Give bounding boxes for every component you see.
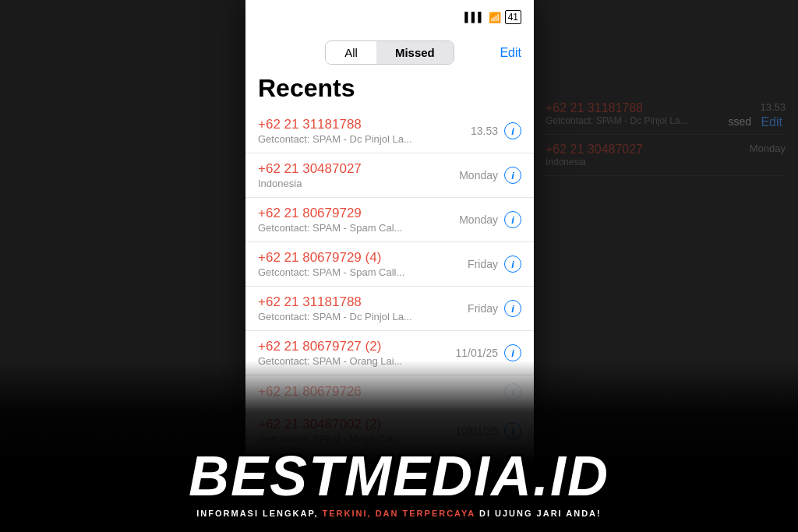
call-item-7[interactable]: +62 21 30487002 (2) Getcontact: SPAM - M…: [245, 409, 534, 453]
call-label-2: Getcontact: SPAM - Spam Cal...: [258, 222, 445, 234]
call-item-5[interactable]: +62 21 80679727 (2) Getcontact: SPAM - O…: [245, 331, 534, 375]
call-item-0[interactable]: +62 21 31181788 Getcontact: SPAM - Dc Pi…: [245, 109, 534, 153]
recents-title: Recents: [258, 74, 521, 103]
call-info-6: +62 21 80679726: [258, 384, 498, 400]
call-time-3: Friday: [468, 258, 498, 270]
ghost-number-1: +62 21 30487027: [546, 143, 643, 157]
call-info-3: +62 21 80679729 (4) Getcontact: SPAM - S…: [258, 250, 468, 278]
ghost-row-0: +62 21 31181788 Getcontact: SPAM - Dc Pi…: [546, 93, 786, 135]
ghost-row-1: +62 21 30487027 Indonesia Monday: [546, 135, 786, 176]
info-icon-6[interactable]: i: [504, 383, 521, 400]
status-bar: ▌▌▌ 📶 41: [245, 0, 534, 34]
call-time-0: 13.53: [471, 125, 498, 137]
info-icon-1[interactable]: i: [504, 167, 521, 184]
call-info-5: +62 21 80679727 (2) Getcontact: SPAM - O…: [258, 339, 456, 367]
call-number-5: +62 21 80679727 (2): [258, 339, 456, 354]
ghost-time-0: 13.53: [760, 101, 786, 126]
call-time-4: Friday: [468, 302, 498, 315]
ghost-sublabel-1: Indonesia: [546, 157, 643, 167]
info-icon-4[interactable]: i: [504, 300, 521, 317]
info-icon-0[interactable]: i: [504, 122, 521, 139]
ghost-call-list: +62 21 31181788 Getcontact: SPAM - Dc Pi…: [533, 0, 798, 176]
phone-screen: ▌▌▌ 📶 41 All Missed Edit Recents +62 21 …: [245, 0, 534, 532]
signal-icon: ▌▌▌: [464, 12, 485, 23]
call-time-2: Monday: [459, 213, 498, 226]
call-number-7: +62 21 30487002 (2): [258, 417, 456, 432]
call-number-4: +62 21 31181788: [258, 294, 468, 310]
call-item-3[interactable]: +62 21 80679729 (4) Getcontact: SPAM - S…: [245, 242, 534, 287]
tab-segment: All Missed: [325, 41, 454, 65]
info-icon-3[interactable]: i: [504, 255, 521, 273]
call-time-5: 11/01/25: [456, 347, 499, 359]
battery-icon: 41: [505, 10, 521, 24]
info-icon-2[interactable]: i: [504, 211, 521, 228]
call-time-1: Monday: [459, 169, 498, 181]
call-info-7: +62 21 30487002 (2) Getcontact: SPAM - M…: [258, 417, 456, 445]
call-item-2[interactable]: +62 21 80679729 Getcontact: SPAM - Spam …: [245, 198, 534, 242]
call-label-1: Indonesia: [258, 178, 445, 189]
edit-button[interactable]: Edit: [500, 46, 521, 60]
tab-bar: All Missed Edit: [245, 34, 534, 71]
call-number-3: +62 21 80679729 (4): [258, 250, 468, 266]
info-icon-7[interactable]: i: [504, 422, 521, 439]
call-info-0: +62 21 31181788 Getcontact: SPAM - Dc Pi…: [258, 117, 471, 145]
call-item-4[interactable]: +62 21 31181788 Getcontact: SPAM - Dc Pi…: [245, 287, 534, 331]
recents-header: Recents: [245, 71, 534, 109]
call-number-1: +62 21 30487027: [258, 161, 459, 177]
call-item-6[interactable]: +62 21 80679726 i: [245, 375, 534, 409]
call-info-4: +62 21 31181788 Getcontact: SPAM - Dc Pi…: [258, 294, 468, 322]
status-bar-icons: ▌▌▌ 📶 41: [464, 10, 521, 24]
call-label-4: Getcontact: SPAM - Dc Pinjol La...: [258, 311, 445, 322]
call-list[interactable]: +62 21 31181788 Getcontact: SPAM - Dc Pi…: [245, 109, 534, 532]
wifi-icon: 📶: [489, 12, 501, 23]
call-label-7: Getcontact: SPAM - Mega Cal...: [258, 433, 445, 445]
info-icon-5[interactable]: i: [504, 344, 521, 361]
call-info-1: +62 21 30487027 Indonesia: [258, 161, 459, 189]
right-ghost-bg: ssed Edit +62 21 31181788 Getcontact: SP…: [533, 0, 798, 532]
ghost-time-1: Monday: [750, 143, 786, 167]
ghost-number-0: +62 21 31181788: [546, 101, 688, 115]
tab-all[interactable]: All: [326, 41, 376, 64]
call-number-0: +62 21 31181788: [258, 117, 471, 132]
call-item-1[interactable]: +62 21 30487027 Indonesia Monday i: [245, 153, 534, 198]
call-number-2: +62 21 80679729: [258, 206, 459, 221]
call-label-3: Getcontact: SPAM - Spam Call...: [258, 266, 445, 278]
call-info-2: +62 21 80679729 Getcontact: SPAM - Spam …: [258, 206, 459, 234]
call-number-6: +62 21 80679726: [258, 384, 498, 400]
ghost-sublabel-0: Getcontact: SPAM - Dc Pinjol La...: [546, 115, 688, 126]
call-time-7: 10/01/25: [456, 425, 499, 437]
call-label-5: Getcontact: SPAM - Orang Lai...: [258, 355, 445, 367]
call-label-0: Getcontact: SPAM - Dc Pinjol La...: [258, 133, 445, 145]
tab-missed[interactable]: Missed: [376, 41, 454, 64]
